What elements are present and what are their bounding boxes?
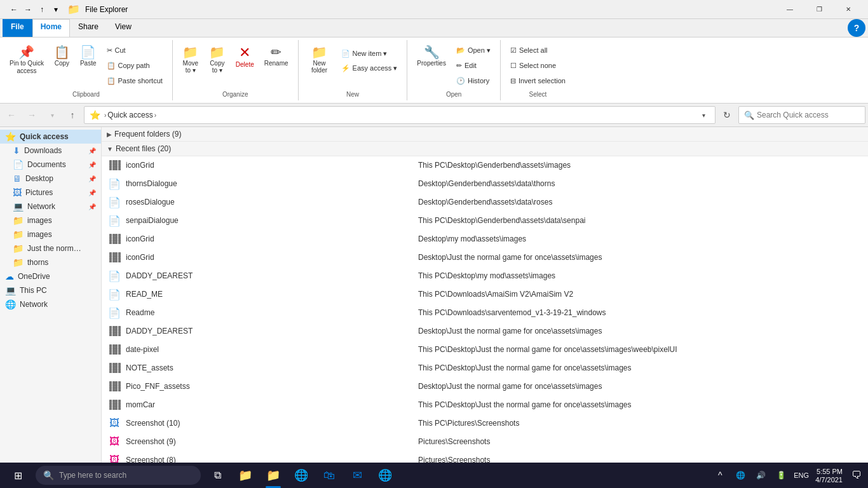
file-row[interactable]: 📄 DADDY_DEAREST This PC\Desktop\my mod\a…: [102, 267, 868, 285]
file-row[interactable]: 📄 READ_ME This PC\Downloads\AmaiSim V2\A…: [102, 285, 868, 304]
new-folder-button[interactable]: 📁 Newfolder: [304, 43, 336, 77]
sidebar-item-just-the-normal[interactable]: 📁 Just the normal gan: [0, 241, 101, 255]
file-row[interactable]: iconGrid This PC\Desktop\Genderbend\asse…: [102, 156, 868, 175]
file-icon-wrapper: 📄: [107, 176, 122, 191]
tab-view[interactable]: View: [107, 19, 140, 37]
delete-button[interactable]: ✕ Delete: [231, 43, 259, 71]
tray-show-hidden[interactable]: ^: [711, 463, 729, 488]
tab-home[interactable]: Home: [32, 19, 70, 37]
qat-up[interactable]: ↑: [36, 3, 48, 16]
up-button[interactable]: ↑: [64, 106, 81, 124]
taskbar-file-explorer-open[interactable]: 📁: [259, 463, 287, 488]
tab-file[interactable]: File: [3, 19, 32, 37]
close-button[interactable]: ✕: [834, 0, 863, 19]
recent-files-title: Recent files (20): [116, 144, 171, 153]
pin-to-quick-access-button[interactable]: 📌 Pin to Quickaccess: [5, 43, 48, 78]
file-row[interactable]: 📄 senpaiDialogue This PC\Desktop\Genderb…: [102, 212, 868, 230]
move-to-button[interactable]: 📁 Moveto ▾: [178, 43, 203, 77]
file-row[interactable]: 🖼 Screenshot (9) Pictures\Screenshots: [102, 433, 868, 451]
edit-button[interactable]: ✏ Edit: [452, 60, 495, 72]
cut-button[interactable]: ✂ Cut: [102, 44, 167, 57]
start-button[interactable]: ⊞: [3, 463, 33, 488]
search-input[interactable]: [757, 111, 860, 119]
sidebar-item-images-2[interactable]: 📁 images: [0, 227, 101, 241]
organize-group: 📁 Moveto ▾ 📁 Copyto ▾ ✕ Delete ✏ Rename …: [173, 40, 299, 100]
ribbon: File Home Share View ? 📌 Pin to Quickacc…: [0, 19, 868, 104]
qat-back[interactable]: ←: [8, 3, 20, 16]
search-box[interactable]: 🔍: [738, 106, 865, 124]
maximize-button[interactable]: ❐: [804, 0, 834, 19]
file-row[interactable]: iconGrid Desktop\Just the normal game fo…: [102, 248, 868, 267]
file-row[interactable]: iconGrid Desktop\my mod\assets\images: [102, 230, 868, 248]
file-icon-wrapper: [107, 360, 122, 376]
sidebar-item-thorns[interactable]: 📁 thorns: [0, 255, 101, 269]
refresh-button[interactable]: ↻: [718, 106, 736, 124]
file-name: DADDY_DEAREST: [126, 271, 418, 280]
notification-button[interactable]: 🗨: [848, 463, 865, 488]
qat-dropdown[interactable]: ▾: [50, 3, 62, 16]
sidebar-item-documents[interactable]: 📄 Documents 📌: [0, 158, 101, 172]
sidebar-item-this-pc[interactable]: 💻 This PC: [0, 283, 101, 297]
invert-selection-button[interactable]: ⊟ Invert selection: [506, 75, 570, 87]
taskbar-file-explorer[interactable]: 📁: [231, 463, 259, 488]
copy-button[interactable]: 📋 Copy: [50, 43, 74, 70]
taskbar-browser-g[interactable]: 🌐: [371, 463, 399, 488]
copy-to-button[interactable]: 📁 Copyto ▾: [205, 43, 230, 77]
title-bar-controls: — ❐ ✕: [775, 0, 863, 19]
sidebar-item-network[interactable]: 🌐 Network: [0, 297, 101, 311]
copy-path-button[interactable]: 📋 Copy path: [102, 60, 167, 72]
sidebar-item-downloads[interactable]: ⬇ Downloads 📌: [0, 144, 101, 158]
paste-button[interactable]: 📄 Paste: [76, 43, 101, 70]
tray-sound[interactable]: 🔊: [752, 463, 770, 488]
sidebar-item-pictures[interactable]: 🖼 Pictures 📌: [0, 186, 101, 200]
recent-files-header[interactable]: ▼ Recent files (20): [102, 142, 868, 156]
open-button[interactable]: 📂 Open ▾: [452, 44, 495, 57]
tray-battery[interactable]: 🔋: [772, 463, 790, 488]
help-button[interactable]: ?: [848, 19, 865, 37]
address-dropdown[interactable]: ▾: [697, 109, 710, 121]
frequent-folders-header[interactable]: ▶ Frequent folders (9): [102, 127, 868, 142]
tab-share[interactable]: Share: [70, 19, 107, 37]
history-button[interactable]: 🕑 History: [452, 75, 495, 87]
paste-shortcut-button[interactable]: 📋 Paste shortcut: [102, 75, 167, 87]
back-button[interactable]: ←: [3, 106, 20, 124]
sidebar-item-onedrive[interactable]: ☁ OneDrive: [0, 269, 101, 283]
properties-button[interactable]: 🔧 Properties: [412, 43, 451, 70]
forward-button[interactable]: →: [23, 106, 41, 124]
taskbar-mail[interactable]: ✉: [343, 463, 371, 488]
taskbar-search[interactable]: 🔍 Type here to search: [36, 466, 201, 485]
select-none-button[interactable]: ☐ Select none: [506, 60, 570, 72]
sidebar-item-label: Desktop: [25, 174, 53, 183]
file-row[interactable]: 🖼 Screenshot (10) This PC\Pictures\Scree…: [102, 414, 868, 433]
taskbar-clock[interactable]: 5:55 PM 4/7/2021: [810, 468, 848, 484]
sidebar-item-quick-access[interactable]: ⭐ Quick access: [0, 130, 101, 144]
file-row[interactable]: 📄 thornsDialogue Desktop\Genderbend\asse…: [102, 175, 868, 193]
file-row[interactable]: date-pixel This PC\Desktop\Just the norm…: [102, 341, 868, 359]
easy-access-button[interactable]: ⚡ Easy access ▾: [337, 62, 402, 74]
taskbar-edge[interactable]: 🌐: [287, 463, 315, 488]
tray-language[interactable]: ENG: [792, 463, 810, 488]
tray-network[interactable]: 🌐: [731, 463, 749, 488]
sidebar-item-desktop[interactable]: 🖥 Desktop 📌: [0, 172, 101, 186]
taskbar-store[interactable]: 🛍: [315, 463, 343, 488]
qat-forward[interactable]: →: [22, 3, 34, 16]
taskbar-task-view[interactable]: ⧉: [203, 463, 231, 488]
sidebar-item-network-pinned[interactable]: 💻 Network 📌: [0, 200, 101, 214]
folder-normal-icon: 📁: [13, 243, 24, 254]
new-group: 📁 Newfolder 📄 New item ▾ ⚡ Easy access ▾…: [299, 40, 408, 100]
sidebar-item-images-1[interactable]: 📁 images: [0, 214, 101, 227]
rename-button[interactable]: ✏ Rename: [260, 43, 293, 70]
file-row[interactable]: momCar This PC\Desktop\Just the normal g…: [102, 396, 868, 414]
minimize-button[interactable]: —: [775, 0, 804, 19]
this-pc-icon: 💻: [5, 285, 16, 295]
address-box[interactable]: ⭐ › Quick access › ▾: [84, 106, 715, 124]
file-row[interactable]: 📄 Readme This PC\Downloads\sarventemod_v…: [102, 304, 868, 322]
recent-locations-button[interactable]: ▾: [43, 106, 61, 124]
file-row[interactable]: NOTE_assets This PC\Desktop\Just the nor…: [102, 359, 868, 377]
file-row[interactable]: DADDY_DEAREST Desktop\Just the normal ga…: [102, 322, 868, 341]
new-item-button[interactable]: 📄 New item ▾: [337, 48, 402, 60]
file-row[interactable]: 📄 rosesDialogue Desktop\Genderbend\asset…: [102, 193, 868, 212]
file-row[interactable]: Pico_FNF_assetss Desktop\Just the normal…: [102, 377, 868, 396]
file-path: This PC\Downloads\AmaiSim V2\AmaiSim V2: [418, 290, 573, 299]
select-all-button[interactable]: ☑ Select all: [506, 44, 570, 57]
